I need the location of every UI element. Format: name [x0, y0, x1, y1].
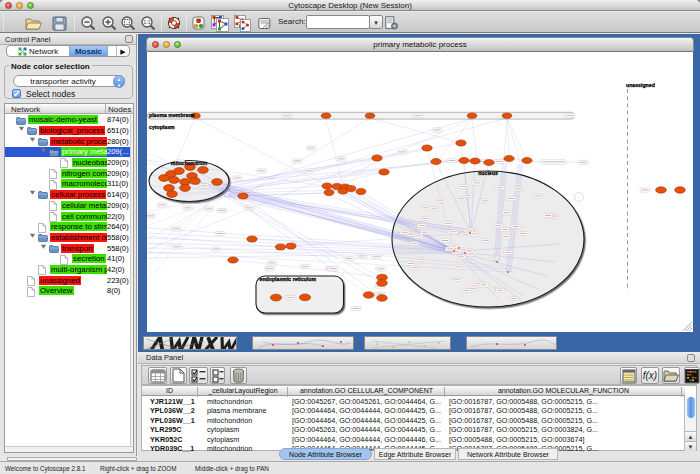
- svg-text:mitochondrion: mitochondrion: [171, 160, 207, 166]
- svg-text:unassigned: unassigned: [626, 82, 655, 88]
- svg-text:endoplasmic reticulum: endoplasmic reticulum: [260, 276, 317, 282]
- svg-text:plasma membrane: plasma membrane: [149, 112, 195, 118]
- svg-text:f(x): f(x): [643, 370, 657, 381]
- svg-text:cytoplasm: cytoplasm: [149, 124, 175, 130]
- svg-text:1:1: 1:1: [143, 19, 151, 25]
- svg-text:nucleus: nucleus: [478, 170, 498, 176]
